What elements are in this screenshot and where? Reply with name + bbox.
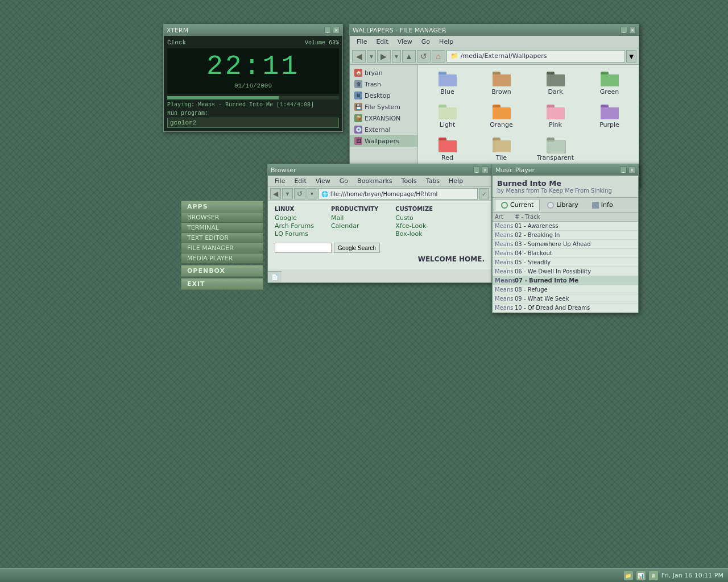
fm-sidebar-filesystem[interactable]: 💾 File System [350,101,417,113]
fm-minimize-btn[interactable]: _ [621,27,627,34]
browser-link-calendar[interactable]: Calendar [331,222,378,230]
taskbar-monitor-icon[interactable]: 🖥 [649,571,658,580]
track-row-10[interactable]: Means 10 - Of Dread And Dreams [493,304,638,313]
folder-green[interactable]: Green [585,69,634,98]
music-tab-current[interactable]: Current [495,199,540,211]
menu-item-texteditor[interactable]: TEXT EDITOR [181,233,263,243]
taskbar-files-icon[interactable]: 📁 [624,571,633,580]
menu-item-filemanager[interactable]: FILE MANAGER [181,243,263,253]
music-tab-info[interactable]: Info [586,199,619,211]
menu-header-openbox[interactable]: OPENBOX [181,265,263,277]
folder-brown[interactable]: Brown [477,69,526,98]
track-row-1[interactable]: Means 01 - Awareness [493,222,638,231]
taskbar-datetime: Fri, Jan 16 10:11 PM [661,572,723,579]
menu-item-terminal[interactable]: TERMINAL [181,223,263,233]
folder-blue[interactable]: Blue [423,69,472,98]
menu-header-apps[interactable]: APPS [181,201,263,213]
xterm-controls: _ × [324,27,340,34]
fm-sidebar-desktop[interactable]: 🖥 Desktop [350,90,417,101]
browser-back-btn[interactable]: ◀ [270,188,281,199]
browser-menu-edit[interactable]: Edit [289,176,311,186]
folder-green-icon [601,72,619,86]
google-search-input[interactable] [275,243,332,253]
fm-back-btn[interactable]: ◀ [352,50,366,63]
track-row-5[interactable]: Means 05 - Steadily [493,258,638,267]
browser-back-dropdown[interactable]: ▼ [282,188,293,199]
fm-path-bar: 📁 /media/External/Wallpapers [446,50,625,63]
browser-menu-tabs[interactable]: Tabs [421,176,444,186]
browser-controls: _ × [473,167,489,173]
browser-reload-btn[interactable]: ↺ [294,188,305,199]
fm-menu-help[interactable]: Help [435,37,458,47]
google-search-button[interactable]: Google Search [334,243,380,253]
fm-menu-go[interactable]: Go [417,37,435,47]
fm-forward-btn[interactable]: ▶ [377,50,391,63]
folder-orange[interactable]: Orange [477,102,526,131]
menu-header-exit[interactable]: EXIT [181,278,263,290]
browser-link-lq[interactable]: LQ Forums [275,230,314,238]
fm-menu-edit[interactable]: Edit [371,37,392,47]
xterm-minimize-btn[interactable]: _ [324,27,331,34]
folder-dark[interactable]: Dark [531,69,580,98]
browser-menu-tools[interactable]: Tools [397,176,421,186]
browser-link-boxlook[interactable]: Box-look [395,230,433,238]
music-close-btn[interactable]: × [628,167,635,173]
fm-sidebar: 🏠 bryan 🗑 Trash 🖥 Desktop 💾 File System … [350,65,418,178]
fm-sidebar-trash[interactable]: 🗑 Trash [350,78,417,90]
browser-link-mail[interactable]: Mail [331,214,378,222]
run-program-input[interactable] [167,118,339,128]
track-row-6[interactable]: Means 06 - We Dwell In Possibility [493,267,638,276]
fm-forward-dropdown[interactable]: ▼ [392,50,401,63]
folder-orange-icon [493,105,511,119]
folder-pink[interactable]: Pink [531,102,580,131]
browser-titlebar: Browser _ × [268,164,491,176]
browser-close-btn[interactable]: × [482,167,489,173]
browser-menu-view[interactable]: View [311,176,335,186]
fm-path-dropdown[interactable]: ▼ [626,50,636,63]
fm-sidebar-wallpapers[interactable]: 🖼 Wallpapers [350,135,417,147]
browser-menu-file[interactable]: File [270,176,289,186]
fm-menu-view[interactable]: View [393,37,417,47]
folder-tile[interactable]: Tile [477,135,526,164]
fm-close-btn[interactable]: × [629,27,636,34]
fm-sidebar-expansion[interactable]: 📦 EXPANSION [350,113,417,124]
xterm-close-btn[interactable]: × [333,27,340,34]
fm-menu-file[interactable]: File [352,37,371,47]
track-row-3[interactable]: Means 03 - Somewhere Up Ahead [493,240,638,249]
track-row-9[interactable]: Means 09 - What We Seek [493,294,638,304]
menu-item-mediaplayer[interactable]: MEDIA PLAYER [181,253,263,264]
fm-home-btn[interactable]: ⌂ [432,50,445,63]
fm-refresh-btn[interactable]: ↺ [417,50,431,63]
xterm-titlebar: XTERM _ × [164,24,342,36]
browser-menu-go[interactable]: Go [335,176,353,186]
taskbar-chart-icon[interactable]: 📊 [636,571,646,580]
menu-section-apps: APPS BROWSER TERMINAL TEXT EDITOR FILE M… [181,201,263,264]
fm-up-btn[interactable]: ▲ [402,50,416,63]
music-minimize-btn[interactable]: _ [620,167,627,173]
browser-menu-help[interactable]: Help [444,176,468,186]
folder-purple[interactable]: Purple [585,102,634,131]
folder-light[interactable]: Light [423,102,472,131]
browser-menu-bookmarks[interactable]: Bookmarks [353,176,396,186]
browser-link-custo[interactable]: Custo [395,214,433,222]
browser-link-arch[interactable]: Arch Forums [275,222,314,230]
browser-link-xfcelook[interactable]: Xfce-Look [395,222,433,230]
browser-forward-dropdown[interactable]: ▼ [307,188,317,199]
browser-go-btn[interactable]: ✓ [479,188,489,199]
track-row-4[interactable]: Means 04 - Blackout [493,249,638,258]
folder-transparent[interactable]: Transparent [531,135,580,164]
music-tab-library[interactable]: Library [541,199,584,211]
track-row-7[interactable]: Means 07 - Burned Into Me [493,276,638,285]
xterm-body: Clock Volume 63% 22:11 01/16/2009 Playin… [164,36,342,131]
browser-minimize-btn[interactable]: _ [473,167,480,173]
fm-back-dropdown[interactable]: ▼ [367,50,376,63]
browser-url-bar[interactable]: 🌐 file:///home/bryan/Homepage/HP.html [318,188,478,199]
track-row-8[interactable]: Means 08 - Refuge [493,285,638,294]
browser-link-google[interactable]: Google [275,214,314,222]
fm-sidebar-external[interactable]: 💿 External [350,124,417,135]
external-icon: 💿 [354,126,362,134]
fm-sidebar-bryan[interactable]: 🏠 bryan [350,67,417,78]
folder-red[interactable]: Red [423,135,472,164]
track-row-2[interactable]: Means 02 - Breaking In [493,231,638,240]
menu-item-browser[interactable]: BROWSER [181,213,263,223]
